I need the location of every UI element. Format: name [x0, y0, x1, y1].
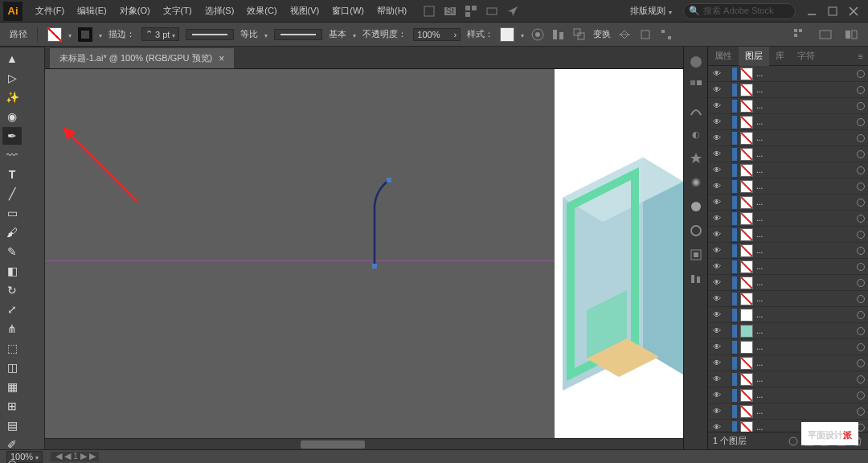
swatches-panel-icon[interactable] [689, 79, 703, 93]
menu-help[interactable]: 帮助(H) [371, 0, 413, 23]
arrange-icon[interactable] [465, 5, 477, 18]
visibility-toggle[interactable]: 👁 [711, 166, 723, 174]
layer-row[interactable]: 👁 ... [708, 195, 868, 211]
visibility-toggle[interactable]: 👁 [711, 101, 723, 110]
width-tool[interactable]: ⋔ [2, 320, 22, 338]
menu-select[interactable]: 选择(S) [199, 0, 241, 23]
layer-row[interactable]: 👁 ... [708, 82, 868, 98]
menu-effect[interactable]: 效果(C) [240, 0, 283, 23]
target-icon[interactable] [857, 70, 865, 78]
visibility-toggle[interactable]: 👁 [711, 246, 723, 255]
fill-dropdown-icon[interactable] [68, 30, 72, 39]
layer-row[interactable]: 👁 ... [708, 66, 868, 82]
target-icon[interactable] [857, 343, 865, 351]
scale-tool[interactable]: ⤢ [2, 301, 22, 318]
layer-name[interactable]: ... [756, 150, 854, 158]
rotate-tool[interactable]: ↻ [2, 281, 22, 299]
layer-name[interactable]: ... [756, 407, 854, 416]
stroke-dropdown-icon[interactable] [99, 30, 102, 39]
free-transform-tool[interactable]: ⬚ [2, 339, 22, 357]
target-icon[interactable] [857, 391, 865, 399]
isolate-icon[interactable] [617, 27, 632, 42]
visibility-toggle[interactable]: 👁 [711, 198, 723, 207]
close-icon[interactable] [849, 6, 858, 16]
target-icon[interactable] [857, 166, 865, 174]
align-panel-icon[interactable] [689, 272, 703, 286]
active-pen-path[interactable] [358, 174, 399, 270]
menu-window[interactable]: 窗口(W) [326, 0, 371, 23]
artboard-nav[interactable]: ◀ ◀ 1 ▶ ▶ [51, 452, 99, 461]
selection-tool[interactable]: ▲ [2, 50, 22, 68]
brush-definition[interactable] [274, 29, 322, 40]
brushes-panel-icon[interactable] [689, 103, 703, 117]
target-icon[interactable] [857, 408, 865, 416]
paintbrush-tool[interactable]: 🖌 [2, 223, 22, 241]
stroke-swatch[interactable] [78, 27, 92, 42]
blend-tool[interactable]: ◎ [2, 455, 22, 463]
layer-row[interactable]: 👁 ... [708, 211, 868, 227]
horizontal-scrollbar[interactable] [45, 438, 683, 449]
layer-row[interactable]: 👁 ... [708, 371, 868, 387]
direct-selection-tool[interactable]: ▷ [2, 69, 22, 87]
target-icon[interactable] [857, 118, 865, 126]
layer-row[interactable]: 👁 ... [708, 162, 868, 178]
visibility-toggle[interactable]: 👁 [711, 294, 723, 303]
layer-row[interactable]: 👁 ... [708, 259, 868, 275]
visibility-toggle[interactable]: 👁 [711, 278, 723, 287]
layer-name[interactable]: ... [756, 278, 854, 287]
pen-tool[interactable]: ✒ [2, 127, 22, 145]
layer-name[interactable]: ... [756, 230, 854, 239]
visibility-toggle[interactable]: 👁 [711, 407, 723, 416]
target-icon[interactable] [857, 295, 865, 303]
layer-name[interactable]: ... [756, 198, 854, 207]
curvature-tool[interactable]: 〰 [2, 146, 22, 164]
share-icon[interactable] [506, 5, 519, 18]
layer-row[interactable]: 👁 ... [708, 178, 868, 195]
lasso-tool[interactable]: ◉ [2, 108, 22, 125]
tab-properties[interactable]: 属性 [708, 47, 739, 66]
tab-character[interactable]: 字符 [791, 47, 821, 66]
tab-libraries[interactable]: 库 [769, 47, 791, 66]
stock-icon[interactable]: St [444, 5, 457, 18]
layer-name[interactable]: ... [756, 182, 854, 191]
maximize-icon[interactable] [828, 6, 837, 16]
visibility-toggle[interactable]: 👁 [711, 342, 723, 351]
layer-row[interactable]: 👁 ... [708, 355, 868, 371]
layer-name[interactable]: ... [756, 69, 854, 78]
visibility-toggle[interactable]: 👁 [711, 150, 723, 158]
layer-row[interactable]: 👁 ... [708, 243, 868, 259]
layer-row[interactable]: 👁 ... [708, 291, 868, 307]
visibility-toggle[interactable]: 👁 [711, 391, 723, 399]
canvas[interactable] [45, 69, 683, 449]
target-icon[interactable] [857, 86, 865, 94]
bridge-icon[interactable] [423, 5, 436, 18]
layer-name[interactable]: ... [756, 117, 854, 126]
visibility-toggle[interactable]: 👁 [711, 117, 723, 126]
target-icon[interactable] [857, 263, 865, 271]
layer-name[interactable]: ... [756, 166, 854, 174]
gradient-tool[interactable]: ▤ [2, 416, 22, 434]
target-icon[interactable] [857, 359, 865, 367]
layer-name[interactable]: ... [756, 85, 854, 94]
pixel-icon[interactable] [659, 27, 674, 42]
layer-row[interactable]: 👁 ... [708, 227, 868, 243]
target-icon[interactable] [857, 199, 865, 207]
layer-name[interactable]: ... [756, 101, 854, 110]
layer-name[interactable]: ... [756, 391, 854, 399]
layer-row[interactable]: 👁 ... [708, 130, 868, 146]
shape-builder-tool[interactable]: ◫ [2, 359, 22, 376]
layer-row[interactable]: 👁 ... [708, 307, 868, 323]
style-swatch[interactable] [500, 27, 514, 42]
layer-list[interactable]: 👁 ... 👁 ... 👁 ... 👁 ... 👁 ... 👁 ... 👁 ..… [708, 66, 868, 432]
layer-name[interactable]: ... [756, 246, 854, 255]
panel-toggle-3-icon[interactable] [844, 27, 858, 42]
gradient-panel-icon[interactable] [689, 175, 703, 190]
layer-row[interactable]: 👁 ... [708, 404, 868, 420]
magic-wand-tool[interactable]: ✨ [2, 88, 22, 106]
layer-name[interactable]: ... [756, 342, 854, 351]
symbols-panel-icon[interactable] [689, 151, 703, 166]
layer-name[interactable]: ... [756, 133, 854, 142]
gpu-icon[interactable] [485, 5, 498, 18]
mesh-tool[interactable]: ⊞ [2, 397, 22, 415]
target-icon[interactable] [857, 231, 865, 239]
